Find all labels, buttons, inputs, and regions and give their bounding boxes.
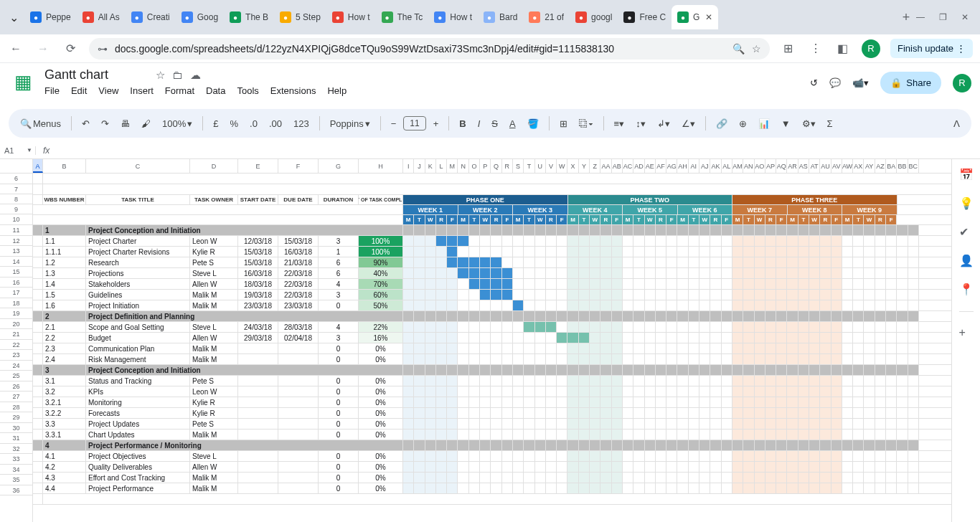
paint-format-button[interactable]: 🖌: [137, 115, 155, 132]
redo-button[interactable]: ↷: [97, 115, 113, 132]
tasks-icon[interactable]: ✔: [959, 225, 974, 239]
filter-views-button[interactable]: ⚙▾: [798, 115, 820, 132]
menu-format[interactable]: Format: [165, 85, 194, 96]
browser-tab[interactable]: ●The B: [224, 5, 274, 29]
name-box[interactable]: A1▼: [0, 146, 36, 155]
spreadsheet-grid[interactable]: ABCDEFGHIJKLMNOPQRSTUVWXYZAAABACADAEAFAG…: [33, 159, 951, 522]
calendar-icon[interactable]: 📅: [959, 168, 974, 182]
more-icon[interactable]: ⋮: [807, 42, 824, 55]
sidepanel-icon[interactable]: ◧: [834, 42, 852, 55]
currency-button[interactable]: £: [209, 115, 222, 132]
side-panel: 📅 💡 ✔ 👤 📍 +: [951, 159, 980, 522]
cloud-icon[interactable]: ☁: [190, 69, 201, 82]
window-minimize[interactable]: ―: [916, 12, 925, 22]
url-bar[interactable]: ⊶ docs.google.com/spreadsheets/d/122yzN4…: [89, 38, 770, 60]
keep-icon[interactable]: 💡: [959, 196, 974, 211]
browser-tab[interactable]: ●G✕: [672, 5, 718, 29]
font-size-increase[interactable]: +: [429, 115, 443, 132]
new-tab-button[interactable]: +: [896, 10, 916, 25]
browser-tab[interactable]: ●Bard: [478, 5, 523, 29]
tab-search-button[interactable]: ⌄: [3, 6, 24, 28]
meet-icon[interactable]: 📹▾: [852, 77, 869, 88]
comment-icon[interactable]: 💬: [829, 77, 841, 88]
menu-extensions[interactable]: Extensions: [270, 85, 316, 96]
text-color-button[interactable]: A: [505, 115, 520, 132]
formula-bar-row: A1▼ fx: [0, 142, 980, 159]
font-select[interactable]: Poppins ▾: [326, 115, 374, 132]
contacts-icon[interactable]: 👤: [959, 254, 974, 268]
zoom-select[interactable]: 100% ▾: [158, 115, 197, 132]
url-text: docs.google.com/spreadsheets/d/122yzN4XP…: [115, 43, 725, 54]
bold-button[interactable]: B: [455, 115, 470, 132]
browser-tab[interactable]: ●All As: [77, 5, 126, 29]
row-numbers: 67891011−1213141516171819−2021222324−252…: [0, 159, 33, 522]
add-panel-icon[interactable]: +: [959, 326, 974, 341]
share-button[interactable]: 🔒 Share: [880, 72, 941, 94]
percent-button[interactable]: %: [226, 115, 243, 132]
decrease-decimal[interactable]: .0: [245, 115, 262, 132]
window-maximize[interactable]: ❐: [939, 12, 947, 22]
browser-tab[interactable]: ●21 of: [523, 5, 570, 29]
strike-button[interactable]: S: [487, 115, 502, 132]
browser-tab[interactable]: ●Goog: [176, 5, 224, 29]
valign-button[interactable]: ↕▾: [631, 115, 650, 132]
menu-file[interactable]: File: [44, 85, 60, 96]
maps-icon[interactable]: 📍: [959, 283, 974, 297]
toolbar: 🔍 Menus ↶ ↷ 🖶 🖌 100% ▾ £ % .0 .00 123 Po…: [9, 109, 971, 138]
extensions-icon[interactable]: ⊞: [780, 42, 797, 55]
menu-data[interactable]: Data: [206, 85, 225, 96]
account-avatar[interactable]: R: [953, 74, 971, 92]
browser-tab[interactable]: ●How t: [326, 5, 376, 29]
menu-view[interactable]: View: [98, 85, 118, 96]
menu-help[interactable]: Help: [327, 85, 347, 96]
browser-tab[interactable]: ●The Tc: [376, 5, 429, 29]
browser-tab[interactable]: ●5 Step: [274, 5, 326, 29]
font-size-input[interactable]: 11: [403, 116, 425, 130]
fill-color-button[interactable]: 🪣: [523, 115, 543, 132]
star-icon[interactable]: ☆: [156, 69, 165, 82]
nav-back[interactable]: ←: [7, 42, 24, 55]
menu-tools[interactable]: Tools: [237, 85, 258, 96]
move-icon[interactable]: 🗀: [172, 69, 183, 81]
italic-button[interactable]: I: [473, 115, 485, 132]
menu-edit[interactable]: Edit: [71, 85, 87, 96]
undo-button[interactable]: ↶: [77, 115, 94, 132]
profile-avatar[interactable]: R: [862, 39, 880, 58]
toolbar-collapse[interactable]: ᐱ: [949, 115, 964, 132]
address-bar: ← → ⟳ ⊶ docs.google.com/spreadsheets/d/1…: [0, 34, 980, 63]
insert-comment-button[interactable]: ⊕: [735, 115, 751, 132]
print-button[interactable]: 🖶: [116, 115, 134, 132]
link-button[interactable]: 🔗: [712, 115, 732, 132]
filter-button[interactable]: ▼: [777, 115, 795, 132]
rotate-button[interactable]: ∠▾: [677, 115, 699, 132]
nav-reload[interactable]: ⟳: [62, 42, 79, 55]
borders-button[interactable]: ⊞: [555, 115, 572, 132]
browser-tab[interactable]: ●Free C: [618, 5, 672, 29]
zoom-icon[interactable]: 🔍: [732, 43, 745, 54]
browser-tab[interactable]: ●Creati: [126, 5, 176, 29]
history-icon[interactable]: ↺: [810, 77, 818, 88]
increase-decimal[interactable]: .00: [265, 115, 286, 132]
nav-forward: →: [34, 42, 52, 55]
browser-tab[interactable]: ●Peppe: [24, 5, 77, 29]
bookmark-icon[interactable]: ☆: [752, 43, 761, 54]
menu-insert[interactable]: Insert: [130, 85, 154, 96]
more-formats[interactable]: 123: [289, 115, 314, 132]
browser-tab[interactable]: ●How t: [428, 5, 478, 29]
search-menus[interactable]: 🔍 Menus: [16, 115, 65, 132]
browser-tab[interactable]: ●googl: [570, 5, 618, 29]
site-info-icon[interactable]: ⊶: [98, 43, 108, 54]
finish-update-button[interactable]: Finish update⋮: [890, 39, 973, 58]
wrap-button[interactable]: ↲▾: [653, 115, 674, 132]
functions-button[interactable]: Σ: [823, 115, 837, 132]
browser-tab-strip: ⌄ ●Peppe●All As●Creati●Goog●The B●5 Step…: [0, 0, 980, 34]
halign-button[interactable]: ≡▾: [610, 115, 629, 132]
merge-button[interactable]: ⿻▾: [575, 115, 598, 132]
menu-bar: FileEditViewInsertFormatDataToolsExtensi…: [44, 85, 803, 96]
column-headers: ABCDEFGHIJKLMNOPQRSTUVWXYZAAABACADAEAFAG…: [33, 159, 951, 174]
sheets-logo-icon[interactable]: ▦: [9, 67, 37, 96]
window-close[interactable]: ✕: [961, 12, 969, 22]
chart-button[interactable]: 📊: [754, 115, 774, 132]
font-size-decrease[interactable]: −: [387, 115, 401, 132]
document-title[interactable]: Gantt chart: [44, 67, 149, 82]
